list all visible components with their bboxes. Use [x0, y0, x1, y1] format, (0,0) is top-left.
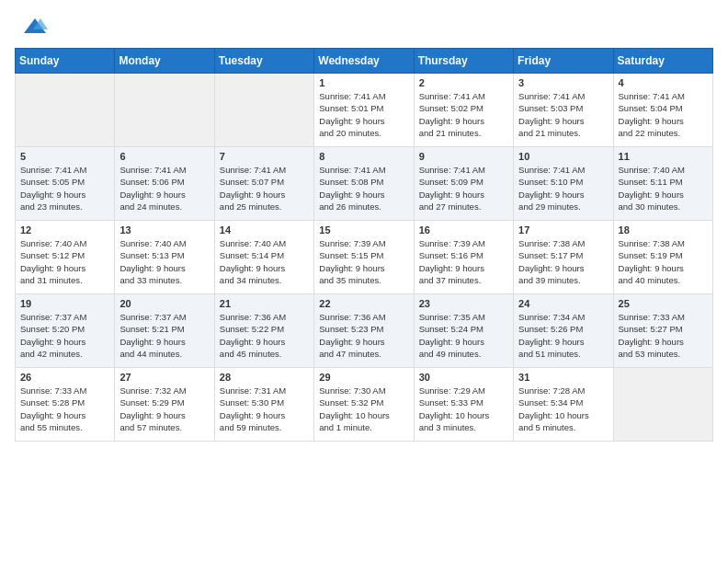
day-header-thursday: Thursday — [414, 49, 513, 74]
day-info: Sunrise: 7:41 AM Sunset: 5:07 PM Dayligh… — [220, 164, 309, 213]
day-info: Sunrise: 7:39 AM Sunset: 5:15 PM Dayligh… — [319, 237, 408, 286]
day-number: 11 — [619, 151, 708, 162]
day-info: Sunrise: 7:36 AM Sunset: 5:23 PM Dayligh… — [319, 311, 408, 360]
day-info: Sunrise: 7:41 AM Sunset: 5:09 PM Dayligh… — [419, 164, 508, 213]
calendar-cell: 27Sunrise: 7:32 AM Sunset: 5:29 PM Dayli… — [115, 368, 214, 442]
day-info: Sunrise: 7:33 AM Sunset: 5:28 PM Dayligh… — [20, 385, 109, 433]
day-info: Sunrise: 7:41 AM Sunset: 5:05 PM Dayligh… — [20, 164, 109, 213]
calendar-cell: 21Sunrise: 7:36 AM Sunset: 5:22 PM Dayli… — [214, 294, 313, 368]
day-number: 3 — [518, 77, 608, 88]
calendar-week-4: 19Sunrise: 7:37 AM Sunset: 5:20 PM Dayli… — [16, 294, 713, 368]
calendar-cell — [613, 368, 712, 442]
calendar-cell: 13Sunrise: 7:40 AM Sunset: 5:13 PM Dayli… — [115, 221, 214, 294]
day-number: 13 — [119, 224, 209, 236]
calendar-cell: 19Sunrise: 7:37 AM Sunset: 5:20 PM Dayli… — [16, 294, 115, 368]
day-info: Sunrise: 7:30 AM Sunset: 5:32 PM Dayligh… — [319, 385, 408, 433]
day-info: Sunrise: 7:37 AM Sunset: 5:20 PM Dayligh… — [20, 311, 109, 360]
calendar-week-2: 5Sunrise: 7:41 AM Sunset: 5:05 PM Daylig… — [16, 147, 713, 221]
calendar-week-1: 1Sunrise: 7:41 AM Sunset: 5:01 PM Daylig… — [16, 74, 713, 147]
day-number: 27 — [119, 372, 209, 383]
calendar-cell: 26Sunrise: 7:33 AM Sunset: 5:28 PM Dayli… — [16, 368, 115, 442]
calendar-cell: 24Sunrise: 7:34 AM Sunset: 5:26 PM Dayli… — [514, 294, 613, 368]
calendar-cell: 29Sunrise: 7:30 AM Sunset: 5:32 PM Dayli… — [314, 368, 414, 442]
day-info: Sunrise: 7:41 AM Sunset: 5:02 PM Dayligh… — [419, 90, 508, 139]
calendar-cell: 7Sunrise: 7:41 AM Sunset: 5:07 PM Daylig… — [214, 147, 313, 221]
calendar-week-5: 26Sunrise: 7:33 AM Sunset: 5:28 PM Dayli… — [16, 368, 713, 442]
calendar-cell: 31Sunrise: 7:28 AM Sunset: 5:34 PM Dayli… — [514, 368, 613, 442]
calendar-cell: 1Sunrise: 7:41 AM Sunset: 5:01 PM Daylig… — [314, 74, 414, 147]
calendar-cell: 30Sunrise: 7:29 AM Sunset: 5:33 PM Dayli… — [414, 368, 513, 442]
day-number: 10 — [518, 151, 608, 162]
day-number: 7 — [220, 151, 309, 162]
calendar-cell: 23Sunrise: 7:35 AM Sunset: 5:24 PM Dayli… — [414, 294, 513, 368]
day-number: 31 — [518, 372, 608, 383]
day-info: Sunrise: 7:41 AM Sunset: 5:04 PM Dayligh… — [619, 90, 708, 139]
day-info: Sunrise: 7:35 AM Sunset: 5:24 PM Dayligh… — [419, 311, 508, 360]
calendar-week-3: 12Sunrise: 7:40 AM Sunset: 5:12 PM Dayli… — [16, 221, 713, 294]
day-info: Sunrise: 7:40 AM Sunset: 5:12 PM Dayligh… — [20, 237, 109, 286]
day-number: 14 — [220, 224, 309, 236]
calendar-cell: 6Sunrise: 7:41 AM Sunset: 5:06 PM Daylig… — [115, 147, 214, 221]
day-info: Sunrise: 7:40 AM Sunset: 5:13 PM Dayligh… — [119, 237, 209, 286]
day-number: 22 — [319, 298, 408, 309]
day-info: Sunrise: 7:40 AM Sunset: 5:14 PM Dayligh… — [220, 237, 309, 286]
calendar-cell — [115, 74, 214, 147]
calendar-cell: 17Sunrise: 7:38 AM Sunset: 5:17 PM Dayli… — [514, 221, 613, 294]
day-info: Sunrise: 7:41 AM Sunset: 5:03 PM Dayligh… — [518, 90, 608, 139]
day-header-friday: Friday — [514, 49, 613, 74]
day-info: Sunrise: 7:37 AM Sunset: 5:21 PM Dayligh… — [119, 311, 209, 360]
day-number: 24 — [518, 298, 608, 309]
day-header-tuesday: Tuesday — [214, 49, 313, 74]
calendar-cell: 10Sunrise: 7:41 AM Sunset: 5:10 PM Dayli… — [514, 147, 613, 221]
calendar-cell: 22Sunrise: 7:36 AM Sunset: 5:23 PM Dayli… — [314, 294, 414, 368]
day-info: Sunrise: 7:28 AM Sunset: 5:34 PM Dayligh… — [518, 385, 608, 433]
day-number: 20 — [119, 298, 209, 309]
day-number: 29 — [319, 372, 408, 383]
day-info: Sunrise: 7:38 AM Sunset: 5:19 PM Dayligh… — [619, 237, 708, 286]
header — [0, 0, 728, 48]
day-header-wednesday: Wednesday — [314, 49, 414, 74]
calendar-cell: 3Sunrise: 7:41 AM Sunset: 5:03 PM Daylig… — [514, 74, 613, 147]
day-number: 5 — [20, 151, 109, 162]
calendar-cell: 28Sunrise: 7:31 AM Sunset: 5:30 PM Dayli… — [214, 368, 313, 442]
day-number: 23 — [419, 298, 508, 309]
day-number: 26 — [20, 372, 109, 383]
calendar-cell: 25Sunrise: 7:33 AM Sunset: 5:27 PM Dayli… — [613, 294, 712, 368]
logo — [18, 15, 48, 40]
day-number: 19 — [20, 298, 109, 309]
day-number: 6 — [119, 151, 209, 162]
calendar-cell: 2Sunrise: 7:41 AM Sunset: 5:02 PM Daylig… — [414, 74, 513, 147]
calendar-header-row: SundayMondayTuesdayWednesdayThursdayFrid… — [16, 49, 713, 74]
logo-icon — [22, 15, 48, 40]
day-info: Sunrise: 7:41 AM Sunset: 5:01 PM Dayligh… — [319, 90, 408, 139]
day-number: 25 — [619, 298, 708, 309]
calendar-cell: 15Sunrise: 7:39 AM Sunset: 5:15 PM Dayli… — [314, 221, 414, 294]
day-info: Sunrise: 7:41 AM Sunset: 5:08 PM Dayligh… — [319, 164, 408, 213]
calendar-cell: 12Sunrise: 7:40 AM Sunset: 5:12 PM Dayli… — [16, 221, 115, 294]
calendar-cell: 8Sunrise: 7:41 AM Sunset: 5:08 PM Daylig… — [314, 147, 414, 221]
day-number: 28 — [220, 372, 309, 383]
calendar-cell: 11Sunrise: 7:40 AM Sunset: 5:11 PM Dayli… — [613, 147, 712, 221]
calendar-cell: 20Sunrise: 7:37 AM Sunset: 5:21 PM Dayli… — [115, 294, 214, 368]
day-number: 30 — [419, 372, 508, 383]
day-info: Sunrise: 7:29 AM Sunset: 5:33 PM Dayligh… — [419, 385, 508, 433]
calendar-cell — [16, 74, 115, 147]
day-info: Sunrise: 7:41 AM Sunset: 5:06 PM Dayligh… — [119, 164, 209, 213]
day-header-sunday: Sunday — [16, 49, 115, 74]
calendar-table: SundayMondayTuesdayWednesdayThursdayFrid… — [15, 48, 713, 442]
day-header-saturday: Saturday — [613, 49, 712, 74]
day-header-monday: Monday — [115, 49, 214, 74]
calendar-cell — [214, 74, 313, 147]
day-info: Sunrise: 7:38 AM Sunset: 5:17 PM Dayligh… — [518, 237, 608, 286]
day-number: 21 — [220, 298, 309, 309]
day-info: Sunrise: 7:31 AM Sunset: 5:30 PM Dayligh… — [220, 385, 309, 433]
day-info: Sunrise: 7:39 AM Sunset: 5:16 PM Dayligh… — [419, 237, 508, 286]
day-info: Sunrise: 7:40 AM Sunset: 5:11 PM Dayligh… — [619, 164, 708, 213]
day-number: 8 — [319, 151, 408, 162]
calendar-cell: 14Sunrise: 7:40 AM Sunset: 5:14 PM Dayli… — [214, 221, 313, 294]
calendar-cell: 4Sunrise: 7:41 AM Sunset: 5:04 PM Daylig… — [613, 74, 712, 147]
day-number: 9 — [419, 151, 508, 162]
calendar-cell: 9Sunrise: 7:41 AM Sunset: 5:09 PM Daylig… — [414, 147, 513, 221]
day-number: 18 — [619, 224, 708, 236]
day-number: 4 — [619, 77, 708, 88]
